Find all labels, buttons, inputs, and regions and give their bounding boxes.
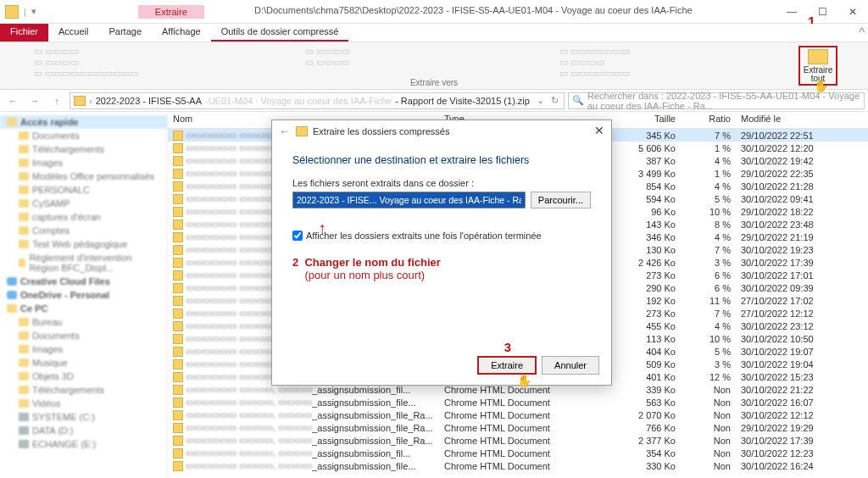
- ribbon-recent-col1: ▭ ▭▭▭▭▭ ▭▭▭▭▭ ▭▭▭▭▭▭▭▭▭▭▭: [34, 46, 138, 79]
- sidebar-item[interactable]: Images: [0, 156, 167, 170]
- col-ratio[interactable]: Ratio: [681, 112, 736, 128]
- file-icon: [173, 448, 183, 459]
- ribbon-tabs: Fichier Accueil Partage Affichage Outils…: [0, 24, 868, 42]
- sidebar-item[interactable]: Téléchargements: [0, 383, 167, 397]
- ribbon-body: ▭ ▭▭▭▭▭ ▭▭▭▭▭ ▭▭▭▭▭▭▭▭▭▭▭ ▭ ▭▭▭▭▭ ▭▭▭▭ ▭…: [0, 42, 868, 90]
- destination-path-input[interactable]: [292, 192, 526, 208]
- ribbon-recent-col3: ▭ ▭▭▭▭▭▭▭▭ ▭▭▭▭▭ ▭▭▭▭▭▭▭: [559, 46, 630, 79]
- sidebar-item[interactable]: Règlement d'intervention Région BFC_Disp…: [0, 251, 167, 275]
- navigation-sidebar[interactable]: Accès rapideDocumentsTéléchargementsImag…: [0, 112, 168, 478]
- cursor-icon: ✋: [814, 79, 828, 92]
- sidebar-item[interactable]: Test Web pédagogique: [0, 237, 167, 251]
- qat-dropdown-icon[interactable]: ▾: [31, 6, 36, 17]
- sidebar-item[interactable]: Images: [0, 342, 167, 356]
- folder-icon: [19, 386, 29, 394]
- folder-icon: [19, 345, 29, 353]
- sidebar-item[interactable]: Creative Cloud Files: [0, 275, 167, 288]
- table-row[interactable]: ▭▭▭▭▭▭ ▭▭▭▭, ▭▭▭▭_assignsubmission_file.…: [168, 396, 868, 409]
- tab-share[interactable]: Partage: [98, 24, 152, 42]
- file-icon: [173, 207, 183, 217]
- address-bar[interactable]: › 2022-2023 - IFISE-S5-AA -UE01-M04 · Vo…: [70, 92, 565, 109]
- file-icon: [173, 156, 183, 166]
- tab-file[interactable]: Fichier: [0, 24, 48, 42]
- sidebar-item[interactable]: Objets 3D: [0, 370, 167, 383]
- table-row[interactable]: ▭▭▭▭▭▭ ▭▭▭▭, ▭▭▭▭_assignsubmission_file_…: [168, 421, 868, 434]
- folder-icon: [19, 172, 29, 181]
- file-icon: [173, 436, 183, 446]
- table-row[interactable]: ▭▭▭▭▭▭ ▭▭▭▭, ▭▭▭▭_assignsubmission_file_…: [168, 409, 868, 421]
- table-row[interactable]: ▭▭▭▭▭▭ ▭▭▭▭, ▭▭▭▭_assignsubmission_file.…: [168, 459, 868, 472]
- search-placeholder: Rechercher dans : 2022-2023 - IFISE-S5-A…: [587, 91, 864, 111]
- nav-forward-button[interactable]: →: [25, 92, 44, 109]
- search-box[interactable]: 🔍 Rechercher dans : 2022-2023 - IFISE-S5…: [568, 92, 865, 109]
- window-title-path: D:\Documents\chma7582\Desktop\2022-2023 …: [254, 5, 693, 15]
- sidebar-item[interactable]: Téléchargements: [0, 142, 167, 156]
- extract-button[interactable]: Extraire: [477, 356, 537, 375]
- file-icon: [173, 245, 183, 255]
- file-icon: [173, 220, 183, 230]
- address-dropdown-icon[interactable]: ⌄: [537, 95, 544, 106]
- folder-icon: [19, 358, 29, 367]
- sidebar-item[interactable]: Accès rapide: [0, 115, 167, 129]
- sidebar-item[interactable]: captures d'écran: [0, 210, 167, 224]
- dialog-label: Les fichiers seront extraits dans ce dos…: [292, 178, 591, 188]
- address-row: ← → ↑ › 2022-2023 - IFISE-S5-AA -UE01-M0…: [0, 90, 868, 112]
- file-icon: [173, 181, 183, 192]
- file-icon: [173, 347, 183, 357]
- tab-compressed-tools[interactable]: Outils de dossier compressé: [211, 24, 349, 42]
- sidebar-item[interactable]: Documents: [0, 129, 167, 142]
- annotation-arrow-icon: ↑: [318, 219, 326, 238]
- contextual-tab-compressed[interactable]: Extraire: [138, 5, 204, 19]
- table-row[interactable]: ▭▭▭▭▭▭ ▭▭▭▭, ▭▭▭▭_assignsubmission_fil..…: [168, 447, 868, 459]
- window-close-button[interactable]: ✕: [837, 0, 868, 24]
- search-icon: 🔍: [572, 95, 584, 106]
- annotation-3: 3: [504, 340, 511, 354]
- address-segment-1[interactable]: 2022-2023 - IFISE-S5-AA: [96, 96, 202, 106]
- nav-back-button[interactable]: ←: [3, 92, 22, 109]
- sidebar-item[interactable]: DATA (D:): [0, 424, 167, 437]
- file-icon: [173, 194, 183, 204]
- sidebar-item[interactable]: Musique: [0, 356, 167, 370]
- checkbox-input[interactable]: [292, 231, 303, 241]
- folder-icon: [19, 131, 29, 140]
- file-icon: [173, 461, 183, 471]
- tab-home[interactable]: Accueil: [48, 24, 98, 42]
- table-row[interactable]: ▭▭▭▭▭▭ ▭▭▭▭, ▭▭▭▭_assignsubmission_file_…: [168, 434, 868, 447]
- folder-icon: [19, 399, 29, 408]
- file-icon: [173, 143, 183, 153]
- extract-dialog: ← Extraire les dossiers compressés ✕ Sél…: [271, 119, 612, 386]
- browse-button[interactable]: Parcourir...: [531, 192, 591, 208]
- sidebar-item[interactable]: Ce PC: [0, 302, 167, 315]
- dialog-close-button[interactable]: ✕: [594, 124, 604, 137]
- sidebar-item[interactable]: Documents: [0, 329, 167, 342]
- refresh-icon[interactable]: ↻: [551, 95, 559, 106]
- folder-icon: [19, 258, 25, 267]
- address-segment-2[interactable]: - Rapport de Visite-32015 (1).zip: [395, 96, 530, 106]
- quick-access-toolbar: | ▾: [0, 5, 36, 19]
- sidebar-item[interactable]: Modèles Office personnalisés: [0, 170, 167, 183]
- folder-icon: [7, 304, 17, 313]
- col-size[interactable]: Taille: [613, 112, 681, 128]
- dialog-back-icon[interactable]: ←: [279, 125, 291, 138]
- sidebar-item[interactable]: OneDrive - Personal: [0, 288, 167, 302]
- col-date[interactable]: Modifié le: [736, 112, 843, 128]
- sidebar-item[interactable]: Bureau: [0, 315, 167, 329]
- sidebar-item[interactable]: Comptes: [0, 224, 167, 237]
- nav-up-button[interactable]: ↑: [47, 92, 66, 109]
- folder-icon: [19, 199, 29, 208]
- sidebar-item[interactable]: PERSONALC: [0, 183, 167, 197]
- file-icon: [173, 372, 183, 382]
- show-extracted-checkbox[interactable]: Afficher les dossiers extraits une fois …: [292, 231, 591, 241]
- cancel-button[interactable]: Annuler: [542, 356, 599, 375]
- sidebar-item[interactable]: CySAMP: [0, 197, 167, 210]
- dialog-titlebar: ← Extraire les dossiers compressés ✕: [272, 120, 611, 142]
- tab-view[interactable]: Affichage: [152, 24, 211, 42]
- sidebar-item[interactable]: Vidéos: [0, 397, 167, 410]
- extract-all-button[interactable]: Extraire tout ✋: [798, 46, 837, 86]
- ribbon-minimize-icon[interactable]: ^: [859, 25, 865, 39]
- sidebar-item[interactable]: ECHANGE (E:): [0, 437, 167, 451]
- window-minimize-button[interactable]: —: [776, 0, 807, 24]
- sidebar-item[interactable]: SYSTEME (C:): [0, 410, 167, 424]
- file-icon: [173, 385, 183, 395]
- address-segment-blurred: -UE01-M04 · Voyage au coeur des IAA-Fich…: [205, 96, 392, 106]
